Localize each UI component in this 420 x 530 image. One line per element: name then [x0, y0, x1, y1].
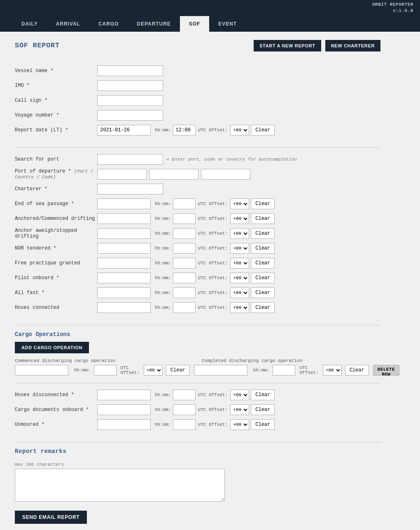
clear-report-date-button[interactable]: Clear	[251, 125, 275, 135]
after-cargo-hhmm-label-1: hh:mm:	[155, 407, 171, 412]
after-cargo-date-input-0[interactable]	[97, 390, 151, 400]
report-date-input[interactable]	[97, 125, 151, 135]
cargo-completed-utc-select[interactable]: +00+01-01	[323, 365, 342, 376]
datetime-time-input-6[interactable]	[173, 287, 196, 298]
start-new-report-button[interactable]: START A NEW REPORT	[254, 40, 321, 51]
app-name: ORBIT REPORTER v:1.0.8	[372, 2, 413, 14]
app-title: ORBIT REPORTER	[372, 2, 413, 7]
clear-datetime-0-button[interactable]: Clear	[251, 198, 275, 209]
datetime-time-input-5[interactable]	[173, 273, 196, 283]
delete-row-button[interactable]: DELETE ROW	[373, 365, 399, 376]
clear-datetime-2-button[interactable]: Clear	[251, 228, 275, 239]
tab-arrival[interactable]: ARRIVAL	[47, 16, 89, 32]
after-cargo-date-input-1[interactable]	[97, 404, 151, 415]
datetime-date-input-7[interactable]	[97, 302, 151, 313]
after-cargo-time-input-0[interactable]	[173, 390, 196, 400]
cargo-commenced-time-input[interactable]	[94, 365, 117, 376]
hhmm-label-3: hh:mm:	[155, 246, 171, 251]
datetime-row-0: End of sea passage * hh:mm: UTC Offset: …	[15, 198, 380, 210]
after-cargo-utc-offset-2[interactable]: +00+01-01	[230, 419, 249, 430]
datetime-time-input-3[interactable]	[173, 243, 196, 254]
utc-offset-7[interactable]: +00+01+02+03 -01-02-03	[230, 302, 249, 313]
new-charterer-button[interactable]: NEW CHARTERER	[325, 40, 380, 51]
voyage-number-input[interactable]	[97, 110, 163, 121]
after-cargo-hhmm-label-0: hh:mm:	[155, 392, 171, 397]
port-code-input[interactable]	[201, 169, 250, 180]
cargo-commenced-utc-select[interactable]: +00+01-01	[144, 365, 163, 376]
tab-event[interactable]: EVENT	[209, 16, 246, 32]
datetime-date-input-6[interactable]	[97, 287, 151, 298]
utc-offset-6[interactable]: +00+01+02+03 -01-02-03	[230, 287, 249, 298]
vessel-name-label: Vessel name *	[15, 68, 97, 74]
remarks-textarea[interactable]	[15, 469, 225, 502]
search-port-input[interactable]	[97, 154, 163, 165]
after-cargo-time-input-2[interactable]	[173, 419, 196, 430]
datetime-date-input-2[interactable]	[97, 228, 151, 239]
add-cargo-operation-button[interactable]: ADD CARGO OPERATION	[15, 342, 89, 353]
divider-4	[15, 442, 380, 442]
send-email-report-button[interactable]: SEND EMAIL REPORT	[15, 511, 87, 524]
datetime-time-input-7[interactable]	[173, 302, 196, 313]
cargo-commenced-hhmm-label: hh:mm:	[74, 368, 91, 373]
clear-datetime-5-button[interactable]: Clear	[251, 273, 275, 283]
tab-daily[interactable]: DAILY	[12, 16, 47, 32]
datetime-date-input-5[interactable]	[97, 273, 151, 283]
utc-offset-3[interactable]: +00+01+02+03 -01-02-03	[230, 243, 249, 254]
hhmm-label-report: hh:mm:	[155, 128, 171, 133]
cargo-completed-date-input[interactable]	[194, 365, 247, 376]
tab-sof[interactable]: SOF	[180, 16, 210, 32]
clear-datetime-6-button[interactable]: Clear	[251, 287, 275, 298]
vessel-name-input[interactable]	[97, 65, 163, 76]
utc-offset-0[interactable]: +00+01+02+03 -01-02-03	[230, 198, 249, 209]
utc-label-4: UTC Offset:	[198, 261, 228, 266]
imo-input[interactable]	[97, 80, 163, 91]
cargo-completed-time-input[interactable]	[273, 365, 295, 376]
after-cargo-time-input-1[interactable]	[173, 404, 196, 415]
utc-offset-2[interactable]: +00+01+02+03 -01-02-03	[230, 228, 249, 239]
after-cargo-clear-1-button[interactable]: Clear	[251, 404, 275, 415]
datetime-time-input-2[interactable]	[173, 228, 196, 239]
top-bar: ORBIT REPORTER v:1.0.8	[0, 0, 420, 16]
after-cargo-utc-offset-1[interactable]: +00+01-01	[230, 404, 249, 415]
clear-datetime-1-button[interactable]: Clear	[251, 213, 275, 224]
datetime-row-2: Anchor aweigh/stopped drifting hh:mm: UT…	[15, 228, 380, 239]
port-name-input[interactable]	[97, 169, 147, 180]
utc-label-2: UTC Offset:	[198, 231, 228, 236]
cargo-op-row: hh:mm: UTC Offset: +00+01-01 Clear hh:mm…	[15, 365, 380, 376]
clear-datetime-3-button[interactable]: Clear	[251, 243, 275, 254]
divider-3	[15, 383, 380, 383]
vessel-info-section: Vessel name * IMO * Call sign * Voyage n…	[15, 65, 380, 136]
call-sign-input[interactable]	[97, 95, 163, 106]
clear-datetime-7-button[interactable]: Clear	[251, 302, 275, 313]
cargo-completed-clear-button[interactable]: Clear	[345, 365, 369, 376]
datetime-date-input-4[interactable]	[97, 258, 151, 269]
datetime-date-input-1[interactable]	[97, 213, 151, 224]
after-cargo-clear-0-button[interactable]: Clear	[251, 390, 275, 400]
after-cargo-utc-offset-0[interactable]: +00+01-01	[230, 390, 249, 400]
report-time-input[interactable]	[173, 125, 196, 135]
clear-datetime-4-button[interactable]: Clear	[251, 258, 275, 269]
charterer-input[interactable]	[97, 184, 163, 194]
nav-tabs: DAILY ARRIVAL CARGO DEPARTURE SOF EVENT	[0, 16, 420, 32]
voyage-number-row: Voyage number *	[15, 110, 380, 121]
cargo-commenced-clear-button[interactable]: Clear	[166, 365, 190, 376]
datetime-date-input-0[interactable]	[97, 198, 151, 209]
datetime-date-input-3[interactable]	[97, 243, 151, 254]
utc-offset-5[interactable]: +00+01+02+03 -01-02-03	[230, 273, 249, 283]
port-country-input[interactable]	[149, 169, 198, 180]
tab-departure[interactable]: DEPARTURE	[128, 16, 180, 32]
datetime-time-input-1[interactable]	[173, 213, 196, 224]
after-cargo-date-input-2[interactable]	[97, 419, 151, 430]
utc-offset-report[interactable]: +00+01+02+03 +04+05+06-01-02	[230, 125, 249, 135]
utc-label-5: UTC Offset:	[198, 276, 228, 280]
imo-label: IMO *	[15, 83, 97, 89]
cargo-commenced-date-input[interactable]	[15, 365, 68, 376]
after-cargo-clear-2-button[interactable]: Clear	[251, 419, 275, 430]
utc-offset-1[interactable]: +00+01+02+03 -01-02-03	[230, 213, 249, 224]
utc-offset-4[interactable]: +00+01+02+03 -01-02-03	[230, 258, 249, 269]
datetime-time-input-4[interactable]	[173, 258, 196, 269]
after-cargo-utc-label-2: UTC Offset:	[198, 422, 228, 427]
datetime-time-input-0[interactable]	[173, 198, 196, 209]
cargo-ops-title: Cargo Operations	[15, 331, 380, 338]
tab-cargo[interactable]: CARGO	[89, 16, 128, 32]
